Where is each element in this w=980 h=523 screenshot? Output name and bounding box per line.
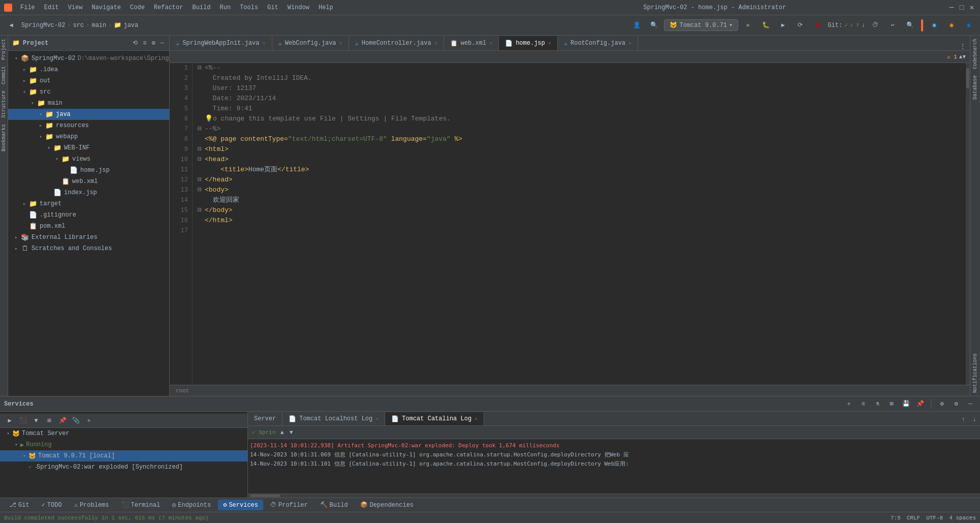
menu-help[interactable]: Help	[314, 3, 337, 12]
file-encoding[interactable]: UTF-8	[926, 515, 943, 521]
collapse-service-btn[interactable]: ≡	[858, 398, 869, 410]
log-tab-server[interactable]: Server	[248, 412, 282, 425]
filter-service-btn[interactable]: ⚗	[872, 398, 883, 410]
code-editor[interactable]: ⊟ <%-- Created by IntelliJ IDEA. User: 1…	[193, 63, 966, 385]
sync-icon[interactable]: ⟲	[132, 38, 139, 48]
profile-btn[interactable]: 👤	[629, 18, 644, 33]
settings-icon[interactable]: ⚙	[151, 38, 156, 48]
save-svc-btn[interactable]: 📌	[57, 415, 68, 426]
service-tomcat-instance[interactable]: ▾ 🐱 Tomcat 9.0.71 [local]	[0, 450, 247, 462]
global-search-btn[interactable]: 🔍	[903, 18, 917, 33]
filter-svc-btn[interactable]: ▼	[30, 415, 42, 426]
service-tomcat-server[interactable]: ▾ 🐱 Tomcat Server	[0, 428, 247, 439]
spring-btn[interactable]: ✓ Sprin	[252, 429, 275, 436]
line-ending[interactable]: CRLF	[907, 515, 920, 521]
log-tab-localhost[interactable]: 📄 Tomcat Localhost Log ✕	[282, 412, 385, 425]
tree-item-idea[interactable]: ▸ 📁 .idea	[8, 64, 169, 75]
menu-code[interactable]: Code	[126, 3, 149, 12]
footer-tab-endpoints[interactable]: ◎ Endpoints	[167, 500, 216, 510]
tree-item-gitignore[interactable]: ▸ 📄 .gitignore	[8, 209, 169, 221]
tree-item-out[interactable]: ▸ 📁 out	[8, 75, 169, 86]
menu-navigate[interactable]: Navigate	[87, 3, 125, 12]
bookmarks-tab[interactable]: Bookmarks	[0, 121, 8, 155]
close-catalina-tab[interactable]: ✕	[475, 416, 478, 422]
tab-springwebappinit[interactable]: ☕ SpringWebAppInit.java ✕	[170, 36, 272, 50]
menu-build[interactable]: Build	[188, 3, 214, 12]
database-label[interactable]: Database	[971, 72, 979, 103]
tab-homejsp[interactable]: 📄 home.jsp ✕	[499, 36, 558, 50]
menu-edit[interactable]: Edit	[40, 3, 63, 12]
tab-rootconfig[interactable]: ☕ RootConfig.java ✕	[558, 36, 638, 50]
warning-chevron-down[interactable]: ▼	[962, 54, 966, 60]
close-tab-homejsp[interactable]: ✕	[548, 40, 551, 46]
close-tab-springwebappinit[interactable]: ✕	[262, 40, 265, 46]
tree-item-scratches[interactable]: ▸ 🗒 Scratches and Consoles	[8, 243, 169, 254]
close-tab-rootconfig[interactable]: ✕	[628, 40, 631, 46]
tree-item-src[interactable]: ▾ 📁 src	[8, 86, 169, 98]
firefox-btn[interactable]: ◉	[944, 18, 959, 33]
edge-btn[interactable]: ◉	[962, 18, 976, 33]
tree-item-target[interactable]: ▸ 📁 target	[8, 198, 169, 209]
service-settings-btn[interactable]: ⚙	[936, 398, 947, 410]
commit-tab[interactable]: Commit	[0, 63, 8, 87]
scroll-down-log-btn[interactable]: ▼	[287, 428, 296, 437]
footer-tab-dependencies[interactable]: 📦 Dependencies	[355, 500, 419, 510]
vertical-scrollbar[interactable]	[966, 63, 970, 385]
cursor-position[interactable]: 7:5	[891, 515, 901, 521]
tree-item-external-libs[interactable]: ▸ 📚 External Libraries	[8, 232, 169, 243]
add-service-btn[interactable]: ＋	[843, 398, 855, 410]
tree-item-webapp[interactable]: ▾ 📁 webapp	[8, 131, 169, 142]
run-btn[interactable]: ▶	[741, 18, 755, 33]
service-gear2-btn[interactable]: ⚙	[951, 398, 962, 410]
back-btn[interactable]: ◀	[4, 18, 18, 33]
menu-run[interactable]: Run	[215, 3, 235, 12]
breadcrumb-project[interactable]: SpringMvc-02	[21, 22, 65, 29]
tree-item-springmvc02[interactable]: ▾ 📦 SpringMvc-02 D:\maven-workspace\Spri…	[8, 53, 169, 64]
tree-item-views[interactable]: ▾ 📁 views	[8, 153, 169, 165]
tree-item-resources[interactable]: ▸ 📁 resources	[8, 120, 169, 131]
close-localhost-tab[interactable]: ✕	[375, 416, 378, 422]
menu-tools[interactable]: Tools	[236, 3, 262, 12]
editor-settings-btn[interactable]: ⋮	[956, 43, 970, 50]
tomcat-run-config[interactable]: 🐱 Tomcat 9.0.71 ▾	[664, 19, 738, 31]
breadcrumb-src[interactable]: src	[73, 22, 84, 29]
horizontal-scrollbar[interactable]	[248, 494, 980, 498]
tree-item-webinf[interactable]: ▾ 📁 WEB-INF	[8, 142, 169, 153]
collapse-all-icon[interactable]: ≡	[142, 39, 147, 48]
h-scrollbar-thumb[interactable]	[250, 495, 280, 497]
footer-tab-git[interactable]: ⎇ Git	[4, 500, 35, 510]
layout-svc-btn[interactable]: ⊞	[44, 415, 55, 426]
rollback-btn[interactable]: ↩	[886, 18, 900, 33]
scroll-up-log-btn[interactable]: ▲	[277, 428, 287, 437]
tree-item-java[interactable]: ▾ 📁 java	[8, 109, 169, 120]
debug-btn[interactable]: 🐛	[758, 18, 773, 33]
footer-tab-problems[interactable]: ⚠ Problems	[69, 500, 114, 510]
add-svc-btn[interactable]: ▶	[4, 415, 15, 426]
footer-tab-todo[interactable]: ✓ TODO	[37, 500, 67, 510]
indent-setting[interactable]: 4 spaces	[949, 515, 976, 521]
footer-tab-terminal[interactable]: ⬛ Terminal	[116, 500, 166, 510]
tree-item-webxml[interactable]: ▸ 📋 web.xml	[8, 176, 169, 187]
tab-webconfig[interactable]: ☕ WebConfig.java ✕	[272, 36, 349, 50]
close-tab-webxml[interactable]: ✕	[489, 40, 492, 46]
tree-item-index-jsp[interactable]: ▸ 📄 index.jsp	[8, 187, 169, 198]
service-close-btn[interactable]: ─	[965, 398, 976, 410]
minimize-button[interactable]: ─	[947, 4, 956, 12]
service-running[interactable]: ▾ ▶ Running	[0, 439, 247, 450]
tab-homecontroller[interactable]: ☕ HomeController.java ✕	[349, 36, 444, 50]
footer-tab-profiler[interactable]: ⏱ Profiler	[265, 500, 313, 510]
group-service-btn[interactable]: ⊞	[886, 398, 897, 410]
footer-tab-build[interactable]: 🔨 Build	[315, 500, 353, 510]
service-war-artifact[interactable]: ✓ ✓ SpringMvc-02:war exploded [Synchroni…	[0, 462, 247, 473]
close-button[interactable]: ✕	[968, 4, 976, 12]
scroll-up-btn[interactable]: ↑	[958, 414, 969, 425]
pin-service-btn[interactable]: 📌	[914, 398, 926, 410]
run-coverage-btn[interactable]: ▶	[776, 18, 790, 33]
log-content[interactable]: [2023-11-14 10:01:22,938] Artifact Sprin…	[248, 439, 980, 494]
close-panel-icon[interactable]: ─	[160, 39, 165, 48]
tree-item-pomxml[interactable]: ▸ 📋 pom.xml	[8, 221, 169, 232]
structure-tab[interactable]: Structure	[0, 87, 8, 121]
close-tab-webconfig[interactable]: ✕	[339, 40, 342, 46]
breadcrumb-java[interactable]: java	[123, 22, 138, 29]
menu-view[interactable]: View	[64, 3, 87, 12]
